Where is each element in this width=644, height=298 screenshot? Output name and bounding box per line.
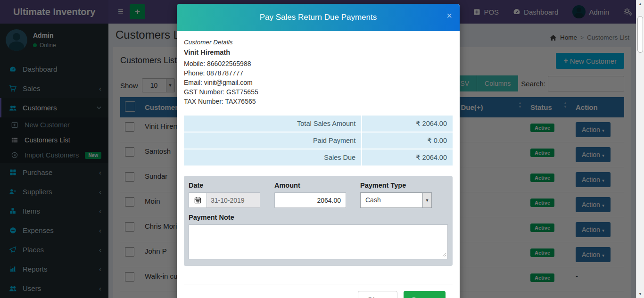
customer-phone: Phone: 0878787777 [184,68,453,78]
customer-details-heading: Customer Details [184,39,453,46]
customer-gst: GST Number: GST75655 [184,87,453,97]
scroll-up-arrow[interactable]: ▲ [636,0,644,8]
vertical-scrollbar[interactable]: ▲ ▼ [636,0,644,298]
sales-summary-table: Total Sales Amount ₹ 2064.00 Paid Paymen… [184,116,453,166]
paid-payment-value: ₹ 0.00 [362,132,453,149]
total-sales-label: Total Sales Amount [184,116,361,132]
customer-mobile: Mobile: 866022565988 [184,59,453,68]
paid-payment-label: Paid Payment [184,132,361,149]
close-icon[interactable]: × [446,10,452,21]
summary-row: Paid Payment ₹ 0.00 [184,132,453,149]
payment-type-label: Payment Type [360,182,432,189]
summary-row: Total Sales Amount ₹ 2064.00 [184,116,453,132]
sales-due-value: ₹ 2064.00 [362,149,453,166]
payment-note-textarea[interactable] [189,224,448,259]
customer-email: Email: vinit@gmail.com [184,78,453,87]
modal-customer-name: Vinit Hiremath [184,49,453,56]
amount-input[interactable] [274,192,346,208]
customer-tax: TAX Number: TAX76565 [184,97,453,106]
payment-type-select[interactable]: Cash ▾ [360,192,432,208]
pay-sales-return-modal: Pay Sales Return Due Payments × Customer… [177,4,460,298]
modal-header: Pay Sales Return Due Payments × [177,4,460,31]
date-label: Date [189,182,260,189]
total-sales-value: ₹ 2064.00 [362,116,453,132]
sales-due-label: Sales Due [184,149,361,166]
resize-grip-icon [442,253,446,257]
calendar-icon [189,192,206,208]
scrollbar-thumb[interactable] [637,16,643,53]
select-arrow-icon: ▾ [422,193,431,207]
payment-form: Date Amount Payment Type [184,176,453,266]
summary-row: Sales Due ₹ 2064.00 [184,149,453,166]
modal-title: Pay Sales Return Due Payments [177,4,460,31]
payment-note-label: Payment Note [189,214,448,221]
date-input[interactable] [206,192,260,208]
check-icon: ✔ [431,296,438,298]
app-window: Ultimate Inventory ≡ + English POS Dashb… [0,0,644,298]
scroll-down-arrow[interactable]: ▼ [636,290,644,298]
save-button[interactable]: Save✔ [404,291,446,298]
amount-label: Amount [274,182,346,189]
close-button[interactable]: Close [358,291,397,298]
